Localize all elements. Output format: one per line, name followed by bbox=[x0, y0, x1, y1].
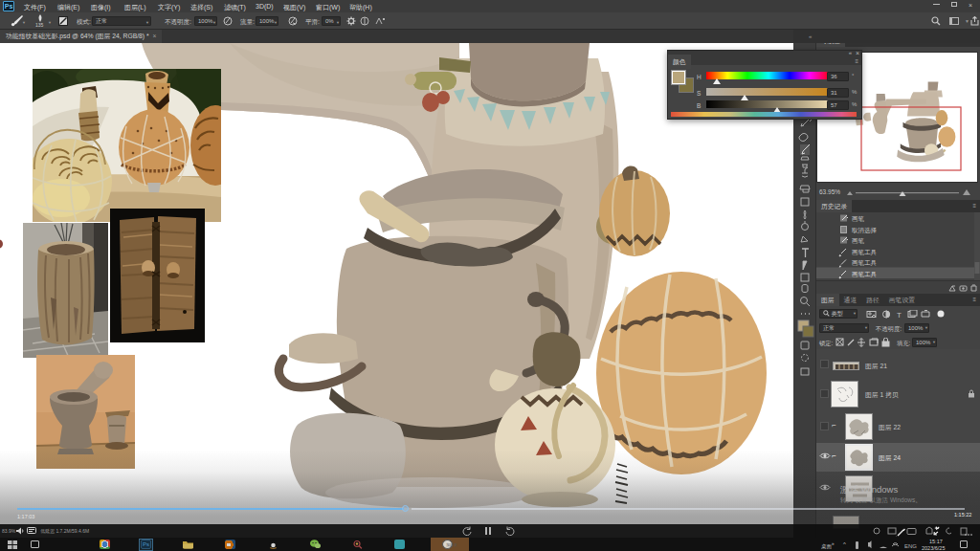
svg-text:取消选择: 取消选择 bbox=[852, 227, 878, 234]
svg-text:画笔: 画笔 bbox=[852, 237, 865, 244]
svg-text:T: T bbox=[897, 311, 902, 319]
svg-text:画笔工具: 画笔工具 bbox=[852, 259, 878, 266]
svg-text:画笔: 画笔 bbox=[852, 215, 865, 222]
svg-text:ENG: ENG bbox=[904, 543, 917, 549]
svg-text:画笔工具: 画笔工具 bbox=[852, 249, 878, 255]
svg-text:画笔工具: 画笔工具 bbox=[852, 271, 878, 277]
